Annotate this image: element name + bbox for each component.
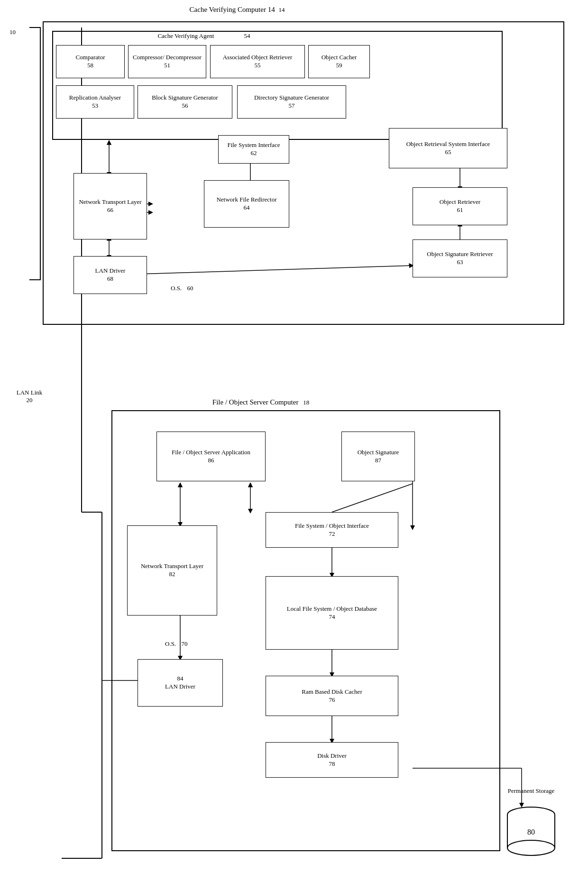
assoc-obj-retriever-box: Associated Object Retriever 55 <box>210 45 305 78</box>
cache-verifying-agent-label: Cache Verifying Agent 54 <box>133 32 275 40</box>
obj-signature-box: Object Signature 87 <box>341 432 415 481</box>
ram-based-box: Ram Based Disk Cacher 76 <box>266 676 398 716</box>
network-transport-top-box: Network Transport Layer 66 <box>74 173 147 239</box>
obj-retrieval-box: Object Retrieval System Interface 65 <box>389 128 507 168</box>
obj-retriever-box: Object Retriever 61 <box>413 187 507 225</box>
ref-10-label: 10 <box>9 28 16 36</box>
lan-link-label: LAN Link 20 <box>10 389 48 404</box>
svg-text:80: 80 <box>527 828 535 836</box>
dir-sig-generator-box: Directory Signature Generator 57 <box>237 85 346 119</box>
os-top-label: O.S. 60 <box>171 285 193 292</box>
compressor-box: Compressor/ Decompressor 51 <box>128 45 206 78</box>
obj-cacher-box: Object Cacher 59 <box>308 45 370 78</box>
lan-driver-bot-box: 84 LAN Driver <box>138 659 223 707</box>
network-transport-bot-box: Network Transport Layer 82 <box>127 525 217 616</box>
permanent-storage-label: Permanent Storage <box>493 787 569 795</box>
permanent-storage-icon: 80 <box>503 806 560 858</box>
replication-analyser-box: Replication Analyser 53 <box>56 85 134 119</box>
file-sys-iface-top-box: File System Interface 62 <box>218 135 289 164</box>
cache-verifying-computer-title: Cache Verifying Computer 14 14 <box>95 6 379 14</box>
file-obj-server-app-box: File / Object Server Application 86 <box>156 432 266 481</box>
block-sig-generator-box: Block Signature Generator 56 <box>138 85 232 119</box>
local-file-sys-box: Local File System / Object Database 74 <box>266 576 398 650</box>
os-bot-label: O.S. 70 <box>165 640 187 648</box>
diagram: Cache Verifying Computer 14 14 10 Cache … <box>0 0 588 873</box>
svg-point-30 <box>507 840 555 855</box>
network-file-redirector-box: Network File Redirector 64 <box>204 180 289 228</box>
obj-sig-retriever-box: Object Signature Retriever 63 <box>413 239 507 277</box>
disk-driver-box: Disk Driver 78 <box>266 742 398 778</box>
lan-driver-top-box: LAN Driver 68 <box>74 256 147 294</box>
file-sys-obj-iface-box: File System / Object Interface 72 <box>266 512 398 548</box>
comparator-box: Comparator 58 <box>56 45 125 78</box>
file-obj-server-title: File / Object Server Computer 18 <box>119 398 403 406</box>
